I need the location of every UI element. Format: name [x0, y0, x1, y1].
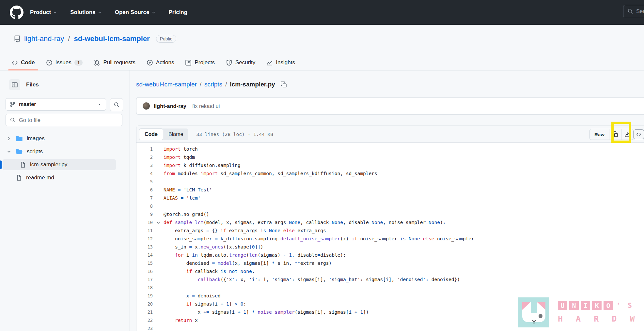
line-number[interactable]: 4 [136, 170, 153, 178]
nav-links: Product Solutions Open Source Pricing [30, 9, 187, 16]
visibility-badge: Public [156, 35, 176, 43]
tab-pull-requests-label: Pull requests [103, 59, 135, 66]
global-search-input[interactable]: Search [623, 5, 644, 17]
fold-gutter [153, 153, 164, 161]
nav-product[interactable]: Product [30, 9, 57, 16]
tree-item-label: lcm-sampler.py [30, 161, 67, 168]
line-number[interactable]: 5 [136, 178, 153, 186]
line-number[interactable]: 11 [136, 227, 153, 235]
line-number[interactable]: 9 [136, 210, 153, 218]
code-line: 8 [136, 202, 644, 210]
code-line: 21 x += sigmas[i + 1] * noise_sampler(si… [136, 308, 644, 316]
line-number[interactable]: 13 [136, 243, 153, 251]
line-number[interactable]: 10 [136, 218, 153, 227]
fold-chevron-icon[interactable] [153, 218, 164, 227]
avatar[interactable] [143, 102, 150, 110]
code-text: from modules import sd_samplers_common, … [164, 170, 377, 178]
nav-solutions-label: Solutions [70, 9, 95, 16]
top-navigation: Product Solutions Open Source Pricing Se… [0, 0, 644, 25]
commit-message-link[interactable]: fix reload ui [192, 103, 220, 109]
code-line: 23 [136, 324, 644, 331]
nav-solutions[interactable]: Solutions [70, 9, 102, 16]
tree-file-readme[interactable]: readme.md [3, 172, 116, 183]
file-toolbar: Code Blame 33 lines (28 loc) · 1.44 KB R… [136, 126, 644, 143]
tab-issues[interactable]: Issues 1 [43, 55, 86, 70]
code-text: NAME = 'LCM Test' [164, 186, 212, 194]
tab-projects-label: Projects [195, 59, 214, 66]
branch-selector[interactable]: master [6, 98, 106, 111]
line-number[interactable]: 3 [136, 161, 153, 170]
main-content: sd-webui-lcm-sampler / scripts / lcm-sam… [130, 70, 644, 331]
raw-button[interactable]: Raw [590, 129, 609, 140]
file-tree-sidebar: Files master Go to file [0, 70, 130, 331]
breadcrumb-folder-link[interactable]: scripts [204, 81, 222, 88]
tree-folder-scripts[interactable]: scripts [3, 146, 116, 157]
copy-path-button[interactable] [281, 82, 287, 88]
code-text: callback({'x': x, 'i': i, 'sigma': sigma… [164, 276, 460, 284]
line-number[interactable]: 1 [136, 145, 153, 153]
fold-gutter [153, 300, 164, 308]
tab-security[interactable]: Security [223, 55, 259, 70]
tree-item-label: readme.md [26, 174, 54, 181]
code-view-tab[interactable]: Code [139, 128, 163, 140]
fold-gutter [153, 170, 164, 178]
breadcrumb-repo-link[interactable]: sd-webui-lcm-sampler [136, 81, 197, 88]
symbols-pane-button[interactable] [634, 129, 644, 139]
repo-header: light-and-ray / sd-webui-lcm-sampler Pub… [0, 25, 644, 70]
search-icon [114, 102, 120, 108]
line-number[interactable]: 17 [136, 276, 153, 284]
fold-gutter [153, 210, 164, 218]
tree-file-lcm-sampler[interactable]: lcm-sampler.py [3, 159, 116, 170]
line-number[interactable]: 23 [136, 324, 153, 331]
fold-gutter [153, 259, 164, 267]
line-number[interactable]: 16 [136, 267, 153, 276]
tab-code[interactable]: Code [8, 55, 38, 70]
go-to-file-input[interactable]: Go to file [6, 114, 122, 126]
nav-open-source[interactable]: Open Source [115, 9, 156, 16]
search-icon [10, 117, 16, 123]
github-logo-icon[interactable] [10, 6, 24, 19]
line-number[interactable]: 19 [136, 292, 153, 300]
code-text: noise_sampler = k_diffusion.sampling.def… [164, 235, 474, 243]
commit-author-link[interactable]: light-and-ray [154, 103, 186, 109]
fold-gutter [153, 243, 164, 251]
tab-pull-requests[interactable]: Pull requests [90, 55, 138, 70]
files-header: Files [9, 79, 39, 90]
fold-gutter [153, 292, 164, 300]
github-file-page: Product Solutions Open Source Pricing Se… [0, 0, 644, 331]
folder-icon [16, 135, 23, 142]
repo-icon [14, 36, 21, 42]
line-number[interactable]: 8 [136, 202, 153, 210]
tab-projects[interactable]: Projects [182, 55, 218, 70]
line-number[interactable]: 15 [136, 259, 153, 267]
code-line: 19 x = denoised [136, 292, 644, 300]
repo-name-link[interactable]: sd-webui-lcm-sampler [74, 35, 149, 43]
line-number[interactable]: 12 [136, 235, 153, 243]
line-number[interactable]: 2 [136, 153, 153, 161]
tree-folder-images[interactable]: images [3, 133, 116, 144]
collapse-sidebar-button[interactable] [9, 79, 20, 90]
line-number[interactable]: 21 [136, 308, 153, 316]
breadcrumb-file-name: lcm-sampler.py [230, 81, 275, 88]
fold-gutter [153, 251, 164, 259]
code-line: 15 denoised = model(x, sigmas[i] * s_in,… [136, 259, 644, 267]
blame-view-tab[interactable]: Blame [163, 128, 188, 140]
line-number[interactable]: 7 [136, 194, 153, 202]
files-heading: Files [26, 82, 39, 88]
line-number[interactable]: 6 [136, 186, 153, 194]
line-number[interactable]: 20 [136, 300, 153, 308]
tab-issues-label: Issues [55, 59, 71, 66]
tree-search-button[interactable] [110, 98, 123, 111]
code-line: 12 noise_sampler = k_diffusion.sampling.… [136, 235, 644, 243]
line-number[interactable]: 14 [136, 251, 153, 259]
branch-row: master [6, 98, 123, 111]
line-number[interactable]: 18 [136, 284, 153, 292]
tab-insights[interactable]: Insights [263, 55, 298, 70]
fold-gutter [153, 284, 164, 292]
nav-pricing[interactable]: Pricing [169, 9, 188, 16]
repo-owner-link[interactable]: light-and-ray [24, 35, 64, 43]
line-number[interactable]: 22 [136, 316, 153, 324]
search-placeholder: Search [636, 8, 644, 14]
search-icon [627, 8, 633, 14]
tab-actions[interactable]: Actions [143, 55, 178, 70]
